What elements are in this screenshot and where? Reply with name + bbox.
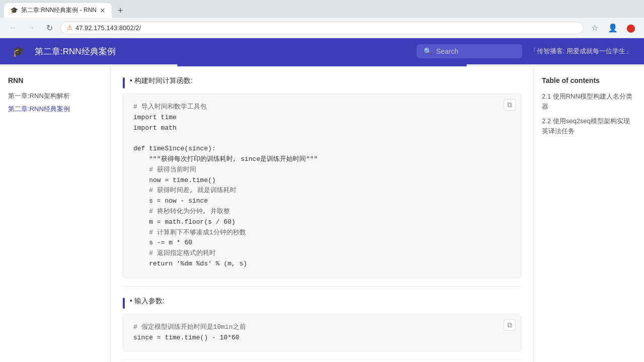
toc-item-1[interactable]: 2.1 使用RNN模型构建人名分类器 xyxy=(542,92,636,111)
insecure-icon: ⚠ xyxy=(67,24,72,31)
site-header: 🎓 第二章:RNN经典案例 🔍 Search 「传智播客: 用爱成就每一位学生」 xyxy=(0,38,644,64)
code-content-1: # 导入时间和数学工具包 import time import math def… xyxy=(133,103,318,267)
sidebar-section-title: RNN xyxy=(8,76,102,84)
code-block-2: # 假定模型训练开始时间是10min之前 since = time.time()… xyxy=(123,314,521,352)
content-area: • 构建时间计算函数: # 导入时间和数学工具包 import time imp… xyxy=(111,66,533,362)
address-bar: ← → ↻ ⚠ 47.92.175.143:8002/2/ ☆ 👤 ⬤ xyxy=(0,18,644,38)
main-layout: RNN 第一章:RNN架构解析 第二章:RNN经典案例 • 构建时间计算函数: … xyxy=(0,66,644,362)
copy-button-1[interactable]: ⧉ xyxy=(504,99,516,111)
site-logo-icon: 🎓 xyxy=(12,45,25,57)
divider-2 xyxy=(123,359,521,360)
profile-button[interactable]: 👤 xyxy=(606,21,620,35)
tab-close-button[interactable]: ✕ xyxy=(100,7,106,14)
section-input-params: • 输入参数: xyxy=(123,297,521,309)
sidebar-item-chapter2[interactable]: 第二章:RNN经典案例 xyxy=(8,103,102,116)
extensions-button[interactable]: ⬤ xyxy=(624,21,638,35)
code-block-1: # 导入时间和数学工具包 import time import math def… xyxy=(123,94,521,278)
tab-title: 第二章:RNN经典案例 - RNN xyxy=(21,6,97,15)
refresh-button[interactable]: ↻ xyxy=(42,21,56,35)
bullet-bar-2 xyxy=(123,298,125,309)
sidebar-item-chapter1[interactable]: 第一章:RNN架构解析 xyxy=(8,89,102,103)
toc-title: Table of contents xyxy=(542,76,636,84)
bullet-text-2: • 输入参数: xyxy=(130,297,165,306)
site-title: 第二章:RNN经典案例 xyxy=(35,46,409,57)
address-input[interactable]: ⚠ 47.92.175.143:8002/2/ xyxy=(60,22,584,34)
bullet-bar-1 xyxy=(123,77,125,88)
browser-chrome: 🎓 第二章:RNN经典案例 - RNN ✕ + ← → ↻ ⚠ 47.92.17… xyxy=(0,0,644,38)
sidebar: RNN 第一章:RNN架构解析 第二章:RNN经典案例 xyxy=(0,66,111,362)
new-tab-button[interactable]: + xyxy=(114,4,127,17)
forward-button[interactable]: → xyxy=(24,21,38,35)
divider-1 xyxy=(123,286,521,287)
bullet-text-1: • 构建时间计算函数: xyxy=(130,76,193,85)
site-slogan: 「传智播客: 用爱成就每一位学生」 xyxy=(530,47,632,56)
search-box[interactable]: 🔍 Search xyxy=(417,44,522,58)
back-button[interactable]: ← xyxy=(6,21,20,35)
search-placeholder: Search xyxy=(436,47,458,55)
code-content-2: # 假定模型训练开始时间是10min之前 since = time.time()… xyxy=(133,323,246,341)
search-icon: 🔍 xyxy=(424,47,432,55)
toc-area: Table of contents 2.1 使用RNN模型构建人名分类器 2.2… xyxy=(533,66,644,362)
tab-bar: 🎓 第二章:RNN经典案例 - RNN ✕ + xyxy=(0,0,644,18)
active-tab[interactable]: 🎓 第二章:RNN经典案例 - RNN ✕ xyxy=(4,3,112,18)
copy-button-2[interactable]: ⧉ xyxy=(504,319,516,331)
tab-favicon: 🎓 xyxy=(10,7,18,14)
section-build-time-func: • 构建时间计算函数: xyxy=(123,76,521,88)
browser-actions: ☆ 👤 ⬤ xyxy=(588,21,638,35)
toc-item-2[interactable]: 2.2 使用seq2seq模型架构实现英译法任务 xyxy=(542,116,636,136)
url-text: 47.92.175.143:8002/2/ xyxy=(75,24,577,32)
bookmark-button[interactable]: ☆ xyxy=(588,21,602,35)
